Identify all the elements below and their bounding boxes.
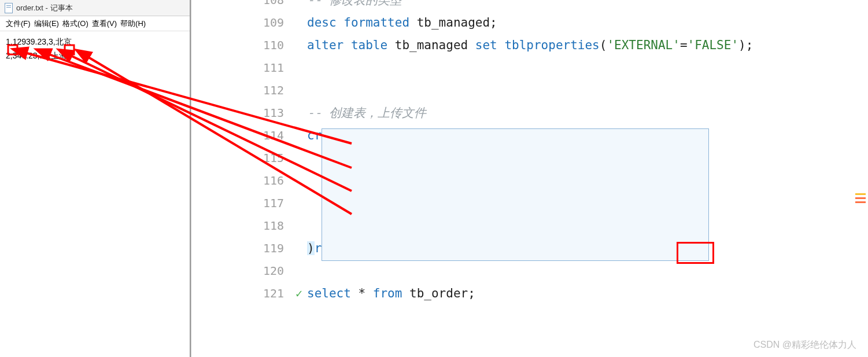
code-content: desc formatted tb_managed; xyxy=(307,16,497,30)
line-number: 108 xyxy=(191,0,307,7)
line-number: 120 xyxy=(191,264,307,278)
code-line[interactable]: 114create table tb_order( xyxy=(191,124,868,146)
code-line[interactable]: 121✓select * from tb_order; xyxy=(191,282,868,304)
code-content: address string xyxy=(307,219,439,233)
code-content: )row format delimited fields terminated … xyxy=(307,241,658,255)
line-number: 117 xyxy=(191,196,307,210)
code-line[interactable]: 115 id int, xyxy=(191,146,868,169)
code-content: alter table tb_managed set tblproperties… xyxy=(307,38,753,52)
code-content: id int, xyxy=(307,151,387,165)
line-number: 113 xyxy=(191,106,307,120)
menu-view[interactable]: 查看(V) xyxy=(92,19,117,29)
code-line[interactable]: 118 address string xyxy=(191,214,868,237)
menu-format[interactable]: 格式(O) xyxy=(62,19,88,29)
line-number: 112 xyxy=(191,83,307,97)
watermark: CSDN @精彩绝伦体力人 xyxy=(754,339,856,351)
line-number: 115 xyxy=(191,151,307,165)
code-content: total_number int, xyxy=(307,196,461,210)
line-number: 110 xyxy=(191,38,307,52)
code-line[interactable]: 110alter table tb_managed set tblpropert… xyxy=(191,34,868,56)
code-line[interactable]: 117 total_number int, xyxy=(191,192,868,214)
notepad-titlebar: order.txt - 记事本 xyxy=(0,0,190,16)
code-editor[interactable]: 108-- 修改表的类型109desc formatted tb_managed… xyxy=(191,0,868,357)
notepad-window: order.txt - 记事本 文件(F) 编辑(E) 格式(O) 查看(V) … xyxy=(0,0,191,357)
code-content: create table tb_order( xyxy=(307,128,468,142)
menu-help[interactable]: 帮助(H) xyxy=(120,19,146,29)
notepad-line: 1,12939.23,3,北京 xyxy=(6,35,184,49)
menu-edit[interactable]: 编辑(E) xyxy=(34,19,59,29)
menu-file[interactable]: 文件(F) xyxy=(6,19,31,29)
code-line[interactable]: 108-- 修改表的类型 xyxy=(191,0,868,11)
code-line[interactable]: 120 xyxy=(191,259,868,282)
code-line[interactable]: 111 xyxy=(191,56,868,79)
code-content: select * from tb_order; xyxy=(307,286,475,300)
line-number: 118 xyxy=(191,219,307,233)
code-line[interactable]: 109desc formatted tb_managed; xyxy=(191,11,868,34)
notepad-line: 2,346.23,10,上海 xyxy=(6,49,184,62)
line-number: 109 xyxy=(191,16,307,30)
code-line[interactable]: 112 xyxy=(191,79,868,101)
code-line[interactable]: 119)row format delimited fields terminat… xyxy=(191,237,868,259)
code-content: total_price decimal(10,2), xyxy=(307,174,526,187)
line-number: 121✓ xyxy=(191,286,307,300)
code-line[interactable]: 116 total_price decimal(10,2), xyxy=(191,169,868,192)
line-number: 114 xyxy=(191,128,307,142)
notepad-title: order.txt - 记事本 xyxy=(16,3,73,13)
code-content: -- 修改表的类型 xyxy=(307,0,402,8)
code-content: -- 创建表，上传文件 xyxy=(307,105,426,121)
file-icon xyxy=(5,3,13,13)
line-number: 119 xyxy=(191,241,307,255)
line-number: 111 xyxy=(191,61,307,75)
minimap xyxy=(855,191,866,205)
notepad-body[interactable]: 1,12939.23,3,北京 2,346.23,10,上海 xyxy=(0,31,190,66)
line-number: 116 xyxy=(191,174,307,187)
check-icon: ✓ xyxy=(296,286,302,300)
code-line[interactable]: 113-- 创建表，上传文件 xyxy=(191,101,868,124)
notepad-menubar: 文件(F) 编辑(E) 格式(O) 查看(V) 帮助(H) xyxy=(0,16,190,31)
